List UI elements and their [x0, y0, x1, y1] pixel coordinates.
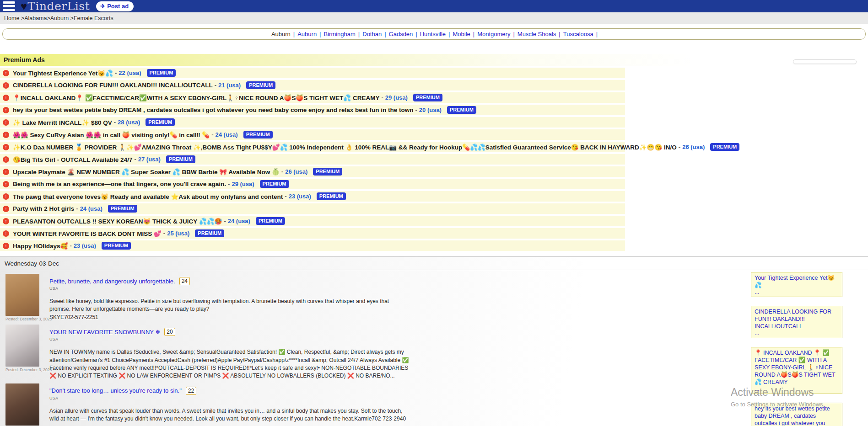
premium-ad-age: 28 (usa): [118, 119, 140, 126]
listing-row: Posted: December 3, 2025 Petite, brunett…: [5, 274, 868, 321]
premium-ad-row[interactable]: ↑ Happy HOlidays🥰 - 23 (usa) PREMIUM: [0, 240, 625, 251]
premium-ad-row[interactable]: ↑ YOUR WINTER FAVORITE IS BACK DONT MISS…: [0, 228, 625, 239]
premium-ad-title: ✨K.O Daa NUMBER 🏅 PROVIDER 🚶✨💕AMAZING Th…: [13, 144, 677, 151]
premium-badge: PREMIUM: [413, 94, 442, 101]
city-link[interactable]: Birmingham: [324, 31, 356, 37]
up-arrow-icon: ↑: [3, 206, 9, 212]
sidebar-ad-card[interactable]: 📍 INCALL OAKLAND 📍 ✅ FACETIME/CAR ✅ WITH…: [751, 347, 842, 394]
logo-text: TinderList: [27, 0, 90, 12]
premium-badge: PREMIUM: [710, 143, 739, 151]
breadcrumb-item[interactable]: Alabama: [24, 15, 47, 21]
listing-title-link[interactable]: Petite, brunette, and dangerously unforg…: [49, 278, 175, 285]
premium-ad-age: 26 (usa): [682, 144, 705, 150]
city-link[interactable]: Tuscaloosa: [563, 31, 593, 37]
premium-badge: PREMIUM: [243, 131, 273, 138]
sidebar-ad-title: 📍 INCALL OAKLAND 📍 ✅ FACETIME/CAR ✅ WITH…: [755, 349, 839, 386]
breadcrumb-separator: >: [47, 15, 50, 21]
listing-title-link[interactable]: "Don't stare too long… unless you're rea…: [49, 387, 182, 394]
city-link[interactable]: Muscle Shoals: [518, 31, 556, 37]
sidebar: Your Tightest Experience Yet😼💦 ... CINDE…: [751, 272, 842, 426]
listing-title-link[interactable]: YOUR NEW FAVORITE SNOWBUNNY ❄: [49, 329, 160, 335]
premium-ad-row[interactable]: ↑ ✨K.O Daa NUMBER 🏅 PROVIDER 🚶✨💕AMAZING …: [0, 142, 625, 152]
premium-ad-title: 🌺🌺 Sexy CuRvy Asian 🌺🌺 in call 🍑 visitin…: [13, 131, 210, 138]
breadcrumb-item[interactable]: Auburn: [50, 15, 69, 21]
breadcrumb-separator: >: [69, 15, 74, 21]
listing-body: Petite, brunette, and dangerously unforg…: [49, 274, 411, 321]
premium-ad-title: 😘Big Tits Girl - OUTCALL Available 24/7: [13, 156, 132, 163]
up-arrow-icon: ↑: [3, 230, 9, 237]
sidebar-ad-more: ...: [755, 330, 839, 336]
top-nav: ♥ TinderList ✈ Post ad: [0, 0, 868, 12]
listing-body: YOUR NEW FAVORITE SNOWBUNNY ❄ 20 USA NEW…: [49, 325, 411, 380]
premium-ad-age: 29 (usa): [232, 181, 254, 187]
up-arrow-icon: ↑: [3, 95, 9, 101]
premium-ad-separator: -: [228, 181, 230, 187]
country-label: USA: [49, 396, 411, 400]
premium-ad-separator: -: [114, 119, 116, 126]
post-ad-button[interactable]: ✈ Post ad: [96, 1, 134, 11]
premium-badge: PREMIUM: [108, 205, 137, 213]
city-link[interactable]: Auburn: [271, 31, 291, 37]
premium-ad-row[interactable]: ↑ 📍INCALL OAKLAND📍 ✅FACETIME/CAR✅WITH A …: [0, 92, 625, 103]
city-link[interactable]: Gadsden: [389, 31, 413, 37]
premium-ad-title: Being with me is an experience—one that …: [13, 181, 226, 187]
breadcrumb-item[interactable]: Home: [4, 15, 19, 21]
listing-description: Asian allure with curves that speak loud…: [49, 407, 411, 423]
floating-scrollbar[interactable]: [793, 59, 857, 64]
breadcrumb: Home > Alabama > Auburn > Female Escorts: [0, 12, 868, 24]
date-header: Wednesday-03-Dec: [0, 257, 868, 270]
city-separator: |: [596, 31, 598, 37]
premium-ad-age: 22 (usa): [119, 69, 141, 76]
premium-ad-separator: -: [163, 230, 165, 237]
sidebar-ad-title: Your Tightest Experience Yet😼💦: [755, 274, 839, 289]
premium-ad-row[interactable]: ↑ 😘Big Tits Girl - OUTCALL Available 24/…: [0, 154, 625, 165]
listing-thumbnail[interactable]: [5, 274, 39, 316]
premium-ad-age: 24 (usa): [228, 218, 250, 224]
up-arrow-icon: ↑: [3, 243, 9, 249]
send-icon: ✈: [100, 3, 105, 10]
premium-ad-separator: -: [224, 218, 226, 224]
premium-ad-row[interactable]: ↑ hey its your best wettes petite baby D…: [0, 105, 625, 115]
listing-thumbnail[interactable]: [5, 383, 39, 426]
sidebar-ad-card[interactable]: Your Tightest Experience Yet😼💦 ...: [751, 272, 842, 297]
sidebar-ad-more: ...: [755, 386, 839, 392]
premium-ad-row[interactable]: ↑ ✨ Lake Merritt INCALL✨ $80 QV - 28 (us…: [0, 117, 625, 128]
up-arrow-icon: ↑: [3, 218, 9, 224]
sidebar-ad-card[interactable]: CINDERELLA LOOKING FOR FUN!!! OAKLAND!!!…: [751, 306, 842, 338]
age-badge: 24: [179, 277, 190, 285]
city-separator: |: [293, 31, 295, 37]
premium-ad-age: 23 (usa): [74, 242, 96, 249]
premium-ad-row[interactable]: ↑ The pawg that everyone loves😼 Ready an…: [0, 191, 625, 202]
premium-ad-row[interactable]: ↑ Party with 2 Hot girls - 24 (usa) PREM…: [0, 203, 625, 214]
city-link[interactable]: Mobile: [453, 31, 470, 37]
premium-ad-separator: -: [679, 144, 680, 150]
city-separator: |: [384, 31, 386, 37]
up-arrow-icon: ↑: [3, 119, 9, 126]
city-link[interactable]: Montgomery: [477, 31, 510, 37]
city-separator: |: [473, 31, 474, 37]
city-link[interactable]: Dothan: [362, 31, 382, 37]
premium-ad-row[interactable]: ↑ PLEASANTON OUTCALLS !! SEXY KOREAN😻 TH…: [0, 216, 625, 226]
city-nav: Auburn | Auburn | Birmingham | Dothan | …: [2, 28, 866, 40]
premium-ad-row[interactable]: ↑ CINDERELLA LOOKING FOR FUN!!! OAKLAND!…: [0, 80, 625, 91]
listing-left: Posted: December 3, 2025: [5, 274, 41, 321]
city-link[interactable]: Auburn: [297, 31, 317, 37]
up-arrow-icon: ↑: [3, 156, 9, 163]
premium-ad-row[interactable]: ↑ 🌺🌺 Sexy CuRvy Asian 🌺🌺 in call 🍑 visit…: [0, 129, 625, 140]
sidebar-ad-title: hey its your best wettes petite baby DRE…: [755, 405, 839, 426]
premium-ad-title: CINDERELLA LOOKING FOR FUN!!! OAKLAND!!!…: [13, 82, 213, 89]
breadcrumb-item[interactable]: Female Escorts: [74, 15, 113, 21]
city-link[interactable]: Huntsville: [420, 31, 446, 37]
premium-ad-separator: -: [215, 82, 216, 89]
site-logo[interactable]: ♥ TinderList: [21, 0, 90, 12]
sidebar-ad-card[interactable]: hey its your best wettes petite baby DRE…: [751, 403, 842, 426]
hamburger-menu-icon[interactable]: [3, 1, 15, 11]
premium-ad-title: Party with 2 Hot girls: [13, 205, 74, 212]
premium-ad-row[interactable]: ↑ Your Tightest Experience Yet😼💦 - 22 (u…: [0, 68, 625, 78]
premium-section: Premium Ads ↑ Your Tightest Experience Y…: [0, 54, 868, 251]
up-arrow-icon: ↑: [3, 193, 9, 200]
premium-ad-row[interactable]: ↑ Upscale Playmate 🌋 NEW NUMBER 💦 Super …: [0, 166, 625, 177]
premium-ad-separator: -: [115, 69, 117, 76]
premium-ad-row[interactable]: ↑ Being with me is an experience—one tha…: [0, 179, 625, 189]
listing-thumbnail[interactable]: [5, 325, 39, 367]
